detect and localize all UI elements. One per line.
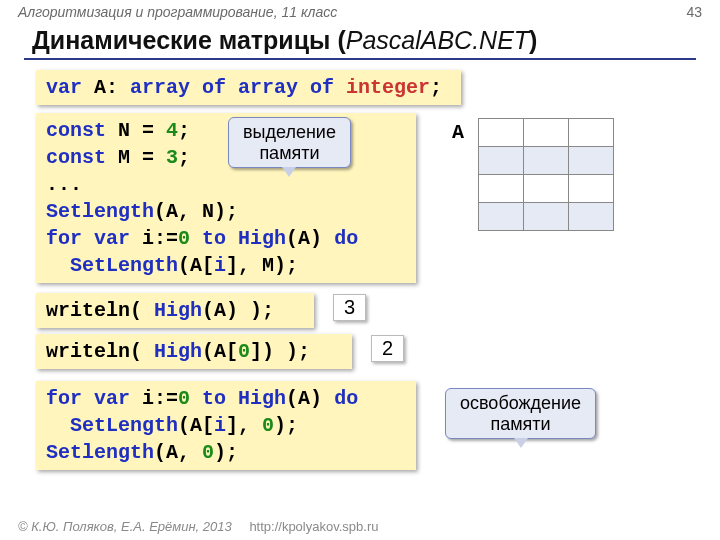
footer-url: http://kpolyakov.spb.ru (249, 519, 378, 534)
title-paren-open: ( (337, 26, 345, 54)
footer-author: © К.Ю. Поляков, Е.А. Ерёмин, 2013 (18, 519, 232, 534)
code-free: for var i:=0 to High(A) do SetLength(A[i… (36, 381, 416, 470)
title-underline (24, 58, 696, 60)
title-paren-close: ) (529, 26, 537, 54)
slide-title: Динамические матрицы (PascalABC.NET) (32, 26, 537, 55)
code-allocate: const N = 4; const M = 3; ... Setlength(… (36, 113, 416, 283)
matrix-label: A (452, 121, 464, 144)
page-number: 43 (686, 4, 702, 20)
code-declare: var A: array of array of integer; (36, 70, 461, 105)
code-high-a: writeln( High(A) ); (36, 293, 314, 328)
title-pascal: PascalABC.NET (346, 26, 529, 54)
result-high-a0: 2 (371, 335, 404, 362)
result-high-a: 3 (333, 294, 366, 321)
footer: © К.Ю. Поляков, Е.А. Ерёмин, 2013 http:/… (18, 519, 378, 534)
matrix-grid (478, 118, 614, 231)
callout-allocation: выделение памяти (228, 117, 351, 168)
callout-free: освобождение памяти (445, 388, 596, 439)
title-main: Динамические матрицы (32, 26, 337, 54)
code-high-a0: writeln( High(A[0]) ); (36, 334, 352, 369)
course-header: Алгоритмизация и программирование, 11 кл… (18, 4, 337, 20)
